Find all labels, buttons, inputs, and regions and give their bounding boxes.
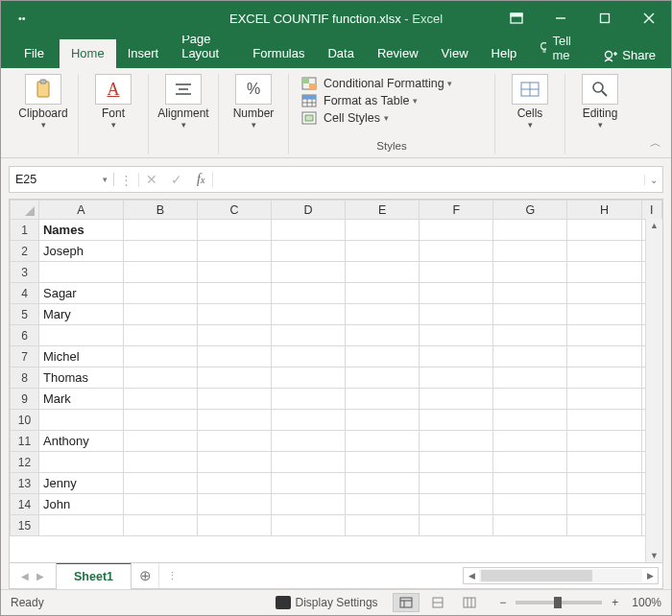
cell[interactable] bbox=[272, 452, 346, 473]
cell[interactable] bbox=[493, 389, 567, 410]
cell[interactable] bbox=[493, 304, 567, 325]
tab-help[interactable]: Help bbox=[480, 39, 529, 68]
cell[interactable] bbox=[197, 389, 271, 410]
tab-file[interactable]: File bbox=[9, 39, 60, 68]
col-header[interactable]: E bbox=[346, 201, 420, 220]
col-header[interactable]: F bbox=[420, 201, 493, 220]
cell[interactable] bbox=[123, 389, 197, 410]
col-header[interactable]: A bbox=[38, 201, 123, 220]
cell[interactable] bbox=[346, 389, 420, 410]
display-settings-button[interactable]: Display Settings bbox=[276, 596, 378, 609]
cell[interactable] bbox=[346, 410, 420, 431]
table-row[interactable]: 15 bbox=[11, 515, 662, 536]
worksheet-grid[interactable]: A B C D E F G H I 1Names2Joseph34Sagar5M… bbox=[9, 199, 663, 563]
cancel-formula-button[interactable]: ✕ bbox=[139, 172, 164, 187]
cell[interactable] bbox=[197, 325, 271, 346]
cell[interactable] bbox=[567, 473, 641, 494]
minimize-button[interactable] bbox=[539, 1, 583, 36]
row-header[interactable]: 13 bbox=[11, 473, 39, 494]
name-box[interactable]: E25 ▾ bbox=[10, 173, 114, 186]
cell[interactable] bbox=[38, 452, 123, 473]
cell[interactable] bbox=[420, 410, 493, 431]
cell[interactable] bbox=[567, 262, 641, 283]
row-header[interactable]: 9 bbox=[11, 389, 39, 410]
cell[interactable]: Mark bbox=[38, 389, 123, 410]
normal-view-button[interactable] bbox=[393, 593, 420, 612]
col-header[interactable]: I bbox=[641, 201, 661, 220]
zoom-slider[interactable] bbox=[516, 601, 602, 604]
table-row[interactable]: 8Thomas bbox=[11, 367, 662, 389]
clipboard-button[interactable]: Clipboard ▾ bbox=[16, 74, 70, 130]
row-header[interactable]: 6 bbox=[11, 325, 39, 346]
cell[interactable] bbox=[346, 431, 420, 452]
cell[interactable]: Joseph bbox=[38, 241, 123, 262]
table-row[interactable]: 3 bbox=[11, 262, 662, 283]
table-row[interactable]: 13Jenny bbox=[11, 473, 662, 494]
cell[interactable] bbox=[493, 283, 567, 304]
table-row[interactable]: 10 bbox=[11, 410, 662, 431]
cell[interactable] bbox=[38, 262, 123, 283]
maximize-button[interactable] bbox=[583, 1, 627, 36]
cell[interactable] bbox=[346, 473, 420, 494]
row-header[interactable]: 7 bbox=[11, 346, 39, 367]
col-header[interactable]: C bbox=[197, 201, 271, 220]
cell[interactable]: John bbox=[38, 494, 123, 515]
cell[interactable] bbox=[567, 367, 641, 389]
table-row[interactable]: 5Mary bbox=[11, 304, 662, 325]
cell[interactable] bbox=[272, 304, 346, 325]
scroll-down-icon[interactable]: ▼ bbox=[650, 549, 659, 562]
cell[interactable] bbox=[197, 473, 271, 494]
vertical-scrollbar[interactable]: ▲ ▼ bbox=[645, 219, 662, 562]
table-row[interactable]: 14John bbox=[11, 494, 662, 515]
cell[interactable] bbox=[38, 325, 123, 346]
cell[interactable] bbox=[346, 304, 420, 325]
collapse-ribbon-button[interactable]: ︿ bbox=[650, 135, 661, 152]
cell[interactable] bbox=[493, 325, 567, 346]
cell[interactable] bbox=[346, 494, 420, 515]
cell[interactable] bbox=[567, 241, 641, 262]
cell[interactable] bbox=[272, 220, 346, 241]
cell[interactable] bbox=[567, 410, 641, 431]
zoom-out-button[interactable]: − bbox=[493, 596, 512, 609]
cell[interactable] bbox=[197, 241, 271, 262]
cell[interactable] bbox=[420, 367, 493, 389]
cell[interactable] bbox=[420, 241, 493, 262]
cell[interactable] bbox=[493, 367, 567, 389]
horizontal-scrollbar[interactable]: ◀ ▶ bbox=[463, 567, 659, 584]
cell[interactable] bbox=[123, 262, 197, 283]
row-header[interactable]: 11 bbox=[11, 431, 39, 452]
cell[interactable] bbox=[272, 389, 346, 410]
cell[interactable] bbox=[38, 515, 123, 536]
table-row[interactable]: 11Anthony bbox=[11, 431, 662, 452]
cell[interactable] bbox=[272, 473, 346, 494]
zoom-control[interactable]: − + 100% bbox=[493, 596, 661, 609]
cell[interactable] bbox=[567, 346, 641, 367]
cell[interactable] bbox=[567, 325, 641, 346]
tab-data[interactable]: Data bbox=[316, 39, 365, 68]
row-header[interactable]: 8 bbox=[11, 367, 39, 389]
cell[interactable] bbox=[123, 367, 197, 389]
table-row[interactable]: 4Sagar bbox=[11, 283, 662, 304]
cell[interactable] bbox=[197, 262, 271, 283]
cell[interactable] bbox=[272, 346, 346, 367]
cell[interactable] bbox=[420, 515, 493, 536]
row-header[interactable]: 15 bbox=[11, 515, 39, 536]
scroll-right-icon[interactable]: ▶ bbox=[642, 571, 658, 580]
editing-button[interactable]: Editing ▾ bbox=[573, 74, 627, 130]
cell[interactable] bbox=[567, 389, 641, 410]
cell[interactable] bbox=[420, 262, 493, 283]
format-as-table-button[interactable]: Format as Table ▾ bbox=[300, 93, 452, 108]
cell[interactable] bbox=[493, 515, 567, 536]
cell[interactable] bbox=[197, 283, 271, 304]
col-header[interactable]: D bbox=[272, 201, 346, 220]
cell[interactable]: Sagar bbox=[38, 283, 123, 304]
cell[interactable] bbox=[346, 346, 420, 367]
cell[interactable] bbox=[346, 241, 420, 262]
cell[interactable] bbox=[420, 494, 493, 515]
tell-me-search[interactable]: Tell me bbox=[528, 34, 588, 68]
cell[interactable] bbox=[272, 494, 346, 515]
alignment-button[interactable]: Alignment ▾ bbox=[156, 74, 210, 130]
cell[interactable] bbox=[197, 367, 271, 389]
cell[interactable] bbox=[123, 410, 197, 431]
cell[interactable] bbox=[123, 494, 197, 515]
